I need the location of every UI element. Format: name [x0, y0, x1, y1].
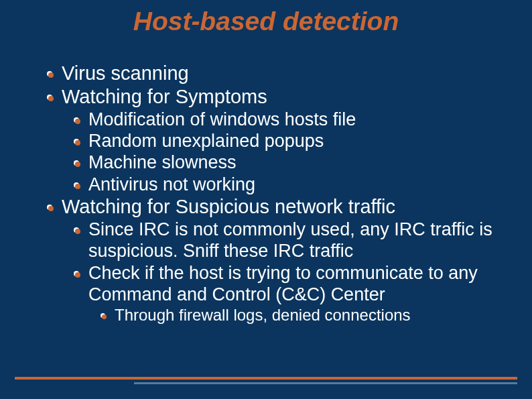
bullet-icon	[74, 182, 79, 188]
accent-line	[15, 377, 517, 380]
slide-content: Virus scanning Watching for Symptoms Mod…	[13, 62, 519, 325]
bullet-text: Check if the host is trying to communica…	[88, 262, 519, 306]
bullet-icon	[47, 71, 52, 76]
bullet-text: Antivirus not working	[88, 174, 519, 195]
list-item: Watching for Symptoms	[47, 85, 519, 109]
list-item: Modification of windows hosts file	[74, 109, 519, 130]
bullet-icon	[74, 271, 79, 276]
list-item: Since IRC is not commonly used, any IRC …	[74, 219, 519, 262]
bullet-text: Watching for Suspicious network traffic	[62, 195, 519, 219]
bullet-icon	[47, 95, 52, 100]
bullet-icon	[101, 313, 105, 318]
bullet-text: Machine slowness	[88, 152, 519, 173]
secondary-line	[134, 382, 517, 384]
bullet-icon	[74, 227, 79, 233]
bullet-icon	[74, 139, 79, 144]
bullet-text: Watching for Symptoms	[62, 85, 519, 109]
slide-title: Host-based detection	[13, 7, 519, 36]
list-item: Virus scanning	[47, 62, 519, 85]
bullet-text: Random unexplained popups	[88, 130, 519, 152]
list-item: Machine slowness	[74, 152, 519, 173]
list-item: Through firewall logs, denied connection…	[101, 306, 519, 325]
bullet-text: Since IRC is not commonly used, any IRC …	[88, 219, 519, 262]
bullet-icon	[74, 160, 79, 166]
list-item: Antivirus not working	[74, 174, 519, 195]
bullet-text: Modification of windows hosts file	[88, 109, 519, 130]
bullet-icon	[47, 205, 52, 210]
bullet-text: Through firewall logs, denied connection…	[115, 306, 519, 325]
footer-decoration	[0, 377, 532, 384]
bullet-text: Virus scanning	[62, 62, 519, 85]
list-item: Watching for Suspicious network traffic	[47, 195, 519, 219]
list-item: Random unexplained popups	[74, 130, 519, 152]
bullet-icon	[74, 117, 79, 123]
list-item: Check if the host is trying to communica…	[74, 262, 519, 306]
slide: Host-based detection Virus scanning Watc…	[0, 0, 532, 399]
